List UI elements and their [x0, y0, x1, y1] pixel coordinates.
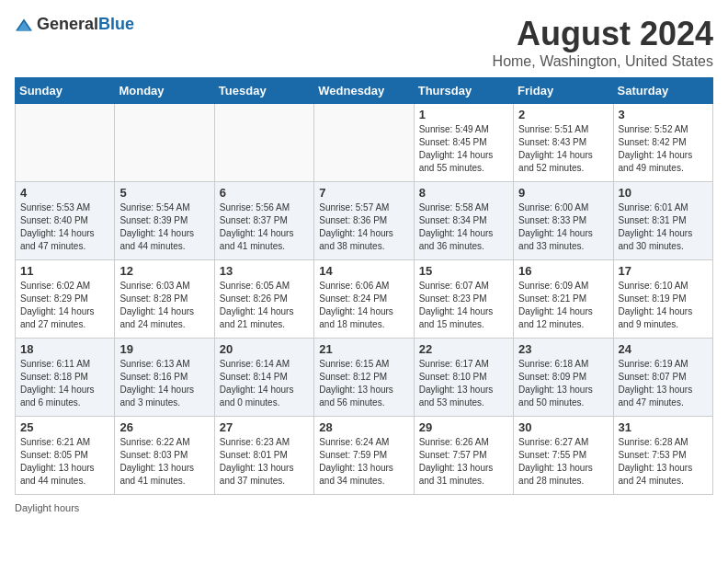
calendar-cell: 15Sunrise: 6:07 AM Sunset: 8:23 PM Dayli… — [414, 260, 513, 339]
logo-text: GeneralBlue — [37, 15, 134, 34]
calendar-cell: 1Sunrise: 5:49 AM Sunset: 8:45 PM Daylig… — [414, 104, 513, 182]
day-number: 5 — [119, 186, 209, 200]
calendar-cell: 4Sunrise: 5:53 AM Sunset: 8:40 PM Daylig… — [16, 182, 115, 260]
calendar-cell: 31Sunrise: 6:28 AM Sunset: 7:53 PM Dayli… — [613, 417, 712, 495]
day-number: 17 — [619, 264, 708, 278]
cell-content: Sunrise: 5:49 AM Sunset: 8:45 PM Dayligh… — [419, 123, 508, 175]
cell-content: Sunrise: 6:28 AM Sunset: 7:53 PM Dayligh… — [619, 436, 708, 488]
day-header-saturday: Saturday — [613, 78, 712, 104]
calendar-cell — [16, 104, 115, 182]
calendar-week-row: 1Sunrise: 5:49 AM Sunset: 8:45 PM Daylig… — [16, 104, 713, 182]
cell-content: Sunrise: 6:17 AM Sunset: 8:10 PM Dayligh… — [419, 358, 508, 409]
calendar-cell: 18Sunrise: 6:11 AM Sunset: 8:18 PM Dayli… — [16, 339, 115, 417]
day-number: 8 — [419, 186, 508, 200]
calendar-cell: 13Sunrise: 6:05 AM Sunset: 8:26 PM Dayli… — [214, 260, 313, 339]
calendar-title: August 2024 — [493, 15, 713, 53]
cell-content: Sunrise: 6:18 AM Sunset: 8:09 PM Dayligh… — [518, 358, 608, 409]
day-number: 28 — [319, 420, 408, 434]
logo-general: General — [37, 15, 98, 33]
cell-content: Sunrise: 5:52 AM Sunset: 8:42 PM Dayligh… — [619, 123, 708, 175]
calendar-cell: 22Sunrise: 6:17 AM Sunset: 8:10 PM Dayli… — [414, 339, 513, 417]
day-number: 19 — [119, 342, 209, 356]
day-header-friday: Friday — [514, 78, 613, 104]
day-number: 27 — [220, 420, 309, 434]
calendar-table: SundayMondayTuesdayWednesdayThursdayFrid… — [15, 77, 713, 495]
day-number: 12 — [119, 264, 209, 278]
day-number: 4 — [20, 186, 109, 200]
cell-content: Sunrise: 6:06 AM Sunset: 8:24 PM Dayligh… — [319, 280, 408, 331]
calendar-cell: 21Sunrise: 6:15 AM Sunset: 8:12 PM Dayli… — [314, 339, 414, 417]
cell-content: Sunrise: 6:11 AM Sunset: 8:18 PM Dayligh… — [20, 358, 109, 409]
day-number: 1 — [419, 108, 508, 121]
cell-content: Sunrise: 6:00 AM Sunset: 8:33 PM Dayligh… — [518, 201, 608, 253]
day-headers-row: SundayMondayTuesdayWednesdayThursdayFrid… — [16, 78, 713, 104]
calendar-cell: 5Sunrise: 5:54 AM Sunset: 8:39 PM Daylig… — [115, 182, 214, 260]
day-number: 24 — [619, 342, 708, 356]
day-number: 20 — [220, 342, 309, 356]
cell-content: Sunrise: 6:10 AM Sunset: 8:19 PM Dayligh… — [619, 280, 708, 331]
day-number: 30 — [518, 420, 608, 434]
logo-icon — [15, 16, 33, 34]
cell-content: Sunrise: 5:51 AM Sunset: 8:43 PM Dayligh… — [518, 123, 608, 175]
cell-content: Sunrise: 6:26 AM Sunset: 7:57 PM Dayligh… — [419, 436, 508, 488]
cell-content: Sunrise: 6:03 AM Sunset: 8:28 PM Dayligh… — [119, 280, 209, 331]
calendar-week-row: 18Sunrise: 6:11 AM Sunset: 8:18 PM Dayli… — [16, 339, 713, 417]
cell-content: Sunrise: 6:13 AM Sunset: 8:16 PM Dayligh… — [119, 358, 209, 409]
day-number: 31 — [619, 420, 708, 434]
cell-content: Sunrise: 6:27 AM Sunset: 7:55 PM Dayligh… — [518, 436, 608, 488]
day-number: 9 — [518, 186, 608, 200]
footer-note: Daylight hours — [15, 502, 713, 513]
day-header-thursday: Thursday — [414, 78, 513, 104]
calendar-cell: 20Sunrise: 6:14 AM Sunset: 8:14 PM Dayli… — [214, 339, 313, 417]
calendar-cell — [214, 104, 313, 182]
calendar-cell: 8Sunrise: 5:58 AM Sunset: 8:34 PM Daylig… — [414, 182, 513, 260]
day-number: 11 — [20, 264, 109, 278]
calendar-cell: 29Sunrise: 6:26 AM Sunset: 7:57 PM Dayli… — [414, 417, 513, 495]
logo-blue: Blue — [98, 15, 134, 33]
day-number: 6 — [220, 186, 309, 200]
calendar-cell: 23Sunrise: 6:18 AM Sunset: 8:09 PM Dayli… — [514, 339, 613, 417]
calendar-cell: 12Sunrise: 6:03 AM Sunset: 8:28 PM Dayli… — [115, 260, 214, 339]
day-number: 23 — [518, 342, 608, 356]
calendar-cell: 26Sunrise: 6:22 AM Sunset: 8:03 PM Dayli… — [115, 417, 214, 495]
calendar-cell: 27Sunrise: 6:23 AM Sunset: 8:01 PM Dayli… — [214, 417, 313, 495]
calendar-cell: 25Sunrise: 6:21 AM Sunset: 8:05 PM Dayli… — [16, 417, 115, 495]
cell-content: Sunrise: 5:57 AM Sunset: 8:36 PM Dayligh… — [319, 201, 408, 253]
calendar-week-row: 25Sunrise: 6:21 AM Sunset: 8:05 PM Dayli… — [16, 417, 713, 495]
day-header-wednesday: Wednesday — [314, 78, 414, 104]
calendar-cell: 14Sunrise: 6:06 AM Sunset: 8:24 PM Dayli… — [314, 260, 414, 339]
day-number: 25 — [20, 420, 109, 434]
cell-content: Sunrise: 6:22 AM Sunset: 8:03 PM Dayligh… — [119, 436, 209, 488]
day-number: 7 — [319, 186, 408, 200]
calendar-cell: 7Sunrise: 5:57 AM Sunset: 8:36 PM Daylig… — [314, 182, 414, 260]
day-number: 21 — [319, 342, 408, 356]
calendar-week-row: 11Sunrise: 6:02 AM Sunset: 8:29 PM Dayli… — [16, 260, 713, 339]
calendar-cell: 9Sunrise: 6:00 AM Sunset: 8:33 PM Daylig… — [514, 182, 613, 260]
calendar-cell — [314, 104, 414, 182]
day-number: 15 — [419, 264, 508, 278]
title-section: August 2024 Home, Washington, United Sta… — [493, 15, 713, 70]
calendar-cell: 2Sunrise: 5:51 AM Sunset: 8:43 PM Daylig… — [514, 104, 613, 182]
cell-content: Sunrise: 6:05 AM Sunset: 8:26 PM Dayligh… — [220, 280, 309, 331]
day-header-sunday: Sunday — [16, 78, 115, 104]
calendar-cell: 17Sunrise: 6:10 AM Sunset: 8:19 PM Dayli… — [613, 260, 712, 339]
calendar-cell: 6Sunrise: 5:56 AM Sunset: 8:37 PM Daylig… — [214, 182, 313, 260]
calendar-week-row: 4Sunrise: 5:53 AM Sunset: 8:40 PM Daylig… — [16, 182, 713, 260]
calendar-cell: 11Sunrise: 6:02 AM Sunset: 8:29 PM Dayli… — [16, 260, 115, 339]
daylight-label: Daylight hours — [15, 502, 79, 513]
calendar-cell: 3Sunrise: 5:52 AM Sunset: 8:42 PM Daylig… — [613, 104, 712, 182]
calendar-cell: 24Sunrise: 6:19 AM Sunset: 8:07 PM Dayli… — [613, 339, 712, 417]
day-number: 14 — [319, 264, 408, 278]
day-number: 3 — [619, 108, 708, 121]
cell-content: Sunrise: 6:07 AM Sunset: 8:23 PM Dayligh… — [419, 280, 508, 331]
cell-content: Sunrise: 5:54 AM Sunset: 8:39 PM Dayligh… — [119, 201, 209, 253]
day-number: 29 — [419, 420, 508, 434]
calendar-cell: 10Sunrise: 6:01 AM Sunset: 8:31 PM Dayli… — [613, 182, 712, 260]
logo: GeneralBlue — [15, 15, 134, 34]
cell-content: Sunrise: 6:23 AM Sunset: 8:01 PM Dayligh… — [220, 436, 309, 488]
day-number: 18 — [20, 342, 109, 356]
calendar-cell: 16Sunrise: 6:09 AM Sunset: 8:21 PM Dayli… — [514, 260, 613, 339]
calendar-cell: 19Sunrise: 6:13 AM Sunset: 8:16 PM Dayli… — [115, 339, 214, 417]
cell-content: Sunrise: 6:02 AM Sunset: 8:29 PM Dayligh… — [20, 280, 109, 331]
cell-content: Sunrise: 5:53 AM Sunset: 8:40 PM Dayligh… — [20, 201, 109, 253]
